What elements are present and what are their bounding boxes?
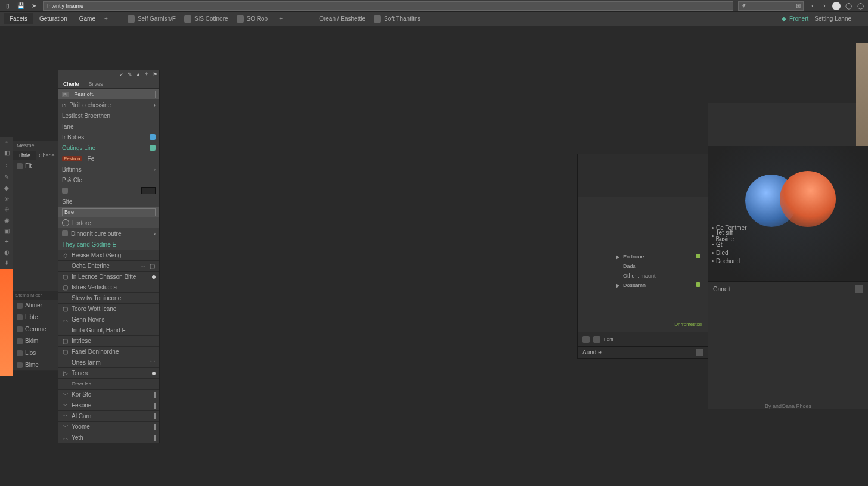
props-item-atimer[interactable]: Atimer — [13, 300, 58, 311]
tree-node-iane[interactable]: Iane — [58, 121, 159, 132]
color-swatch[interactable] — [141, 187, 156, 194]
tree-node-eestron[interactable]: EestronFe — [58, 153, 159, 164]
tree-section-17[interactable]: ︿Yeth — [58, 432, 159, 443]
tree-node-swatch[interactable] — [58, 185, 159, 196]
tree-name-input[interactable] — [72, 91, 156, 98]
tool-11[interactable]: ◐ — [0, 247, 13, 258]
tree-tab-bilves[interactable]: Bilves — [84, 80, 108, 88]
props-item-bime[interactable]: Bime — [13, 359, 58, 371]
help-icon[interactable]: ◯ — [844, 2, 852, 10]
props-tab-cherle[interactable]: Cherle — [36, 151, 58, 160]
settings-icon[interactable]: ◯ — [856, 2, 864, 10]
tree-section-12[interactable]: Other lap — [58, 378, 159, 389]
tree-tab-cherle[interactable]: Cherle — [58, 80, 84, 88]
grid-icon[interactable] — [582, 336, 590, 343]
add-tab-button[interactable]: + — [101, 15, 111, 22]
inspector-side-5[interactable]: Dochund — [712, 257, 748, 265]
tab-game[interactable]: Game — [73, 13, 101, 24]
play-icon[interactable] — [616, 255, 619, 260]
tool-8[interactable]: ◉ — [0, 215, 13, 226]
tab-geturation[interactable]: Geturation — [33, 13, 73, 24]
app-menu-icon[interactable]: ▯ — [4, 2, 12, 10]
ribbon-self-garnish[interactable]: Self Garnish/F — [128, 15, 176, 23]
props-item-llos[interactable]: Llos — [13, 347, 58, 359]
tree-section-16[interactable]: ﹀Yoome — [58, 421, 159, 432]
save-icon[interactable]: 💾 — [17, 2, 25, 10]
tree-section-1[interactable]: Ocha Enterine︿▢ — [58, 260, 159, 271]
tree-section-13[interactable]: ﹀Kor Sto — [58, 389, 159, 400]
inspector-side-4[interactable]: Died — [712, 248, 748, 257]
chevron-right-icon[interactable]: › — [820, 2, 829, 10]
tree-section-6[interactable]: ︿Genn Novns — [58, 314, 159, 325]
preview-item-4[interactable]: Dossamn — [623, 282, 646, 288]
tree-node-lestiest[interactable]: Lestiest Broerthen — [58, 110, 159, 121]
tree-node-they-cand[interactable]: They cand Godine E — [58, 239, 159, 250]
tree-pencil-icon[interactable]: ✎ — [126, 70, 134, 79]
preview-item-1[interactable]: En Incoe — [623, 254, 644, 260]
filter-box[interactable]: ⧩ ⊞ — [738, 1, 804, 11]
tab-facets[interactable]: Facets — [4, 13, 33, 24]
tree-section-10[interactable]: Ones Ianm﹀ — [58, 357, 159, 367]
tree-flag-icon[interactable]: ⚑ — [151, 70, 159, 79]
props-tab-thrie[interactable]: Thrie — [13, 151, 36, 160]
props-fit[interactable]: Fit — [13, 160, 58, 172]
tool-7[interactable]: ⊕ — [0, 204, 13, 215]
tool-12[interactable]: ⬇ — [0, 258, 13, 269]
tree-section-2[interactable]: ▢In Lecnce Dhasson Bitte — [58, 271, 159, 282]
props-item-gemme[interactable]: Gemme — [13, 323, 58, 335]
tree-node-pcle[interactable]: P & Cle — [58, 175, 159, 185]
color-swatch-foreground[interactable] — [0, 269, 13, 376]
ribbon-so-rob[interactable]: SO Rob — [237, 15, 268, 23]
tree-input2[interactable] — [62, 208, 156, 216]
handle-icon[interactable] — [154, 403, 156, 409]
user-avatar-icon[interactable] — [832, 2, 841, 10]
breadcrumb-input[interactable]: Intently Insume — [43, 1, 733, 11]
ribbon-add-1[interactable]: + — [276, 15, 286, 22]
tree-section-4[interactable]: Stew tw Tonincone — [58, 292, 159, 303]
tool-10[interactable]: ✦ — [0, 236, 13, 247]
preview-item-3[interactable]: Othent maunt — [623, 273, 656, 279]
tree-section-11[interactable]: ▷Tonere — [58, 367, 159, 378]
tool-6[interactable]: ※ — [0, 194, 13, 204]
tool-5[interactable]: ◆ — [0, 183, 13, 194]
tree-section-8[interactable]: ▢Intriese — [58, 335, 159, 346]
extra-icon[interactable]: ▢ — [149, 263, 156, 269]
tree-section-9[interactable]: ▢Fanel Doninordne — [58, 346, 159, 357]
preview-item-2[interactable]: Dada — [623, 263, 636, 269]
tree-section-0[interactable]: ◇Besise Maxt /Seng — [58, 250, 159, 260]
filter-options-icon[interactable]: ⊞ — [796, 2, 801, 9]
tool-4[interactable]: ✎ — [0, 172, 13, 183]
play-icon[interactable] — [616, 284, 619, 288]
tree-node-dinnonit[interactable]: Dinnonit cure outre› — [58, 228, 159, 239]
tree-section-3[interactable]: ▢Istres Vertistucca — [58, 282, 159, 292]
tool-2[interactable]: ◧ — [0, 148, 13, 158]
tree-node-lortore[interactable]: Lortore — [58, 217, 159, 228]
tree-warning-icon[interactable]: ▲ — [134, 70, 142, 79]
tree-section-5[interactable]: ▢Toore Wott Icane — [58, 303, 159, 314]
inspector-side-2[interactable]: Tet siff Basine — [712, 232, 748, 240]
ribbon-oreah[interactable]: Oreah / Eashettle — [319, 15, 365, 22]
home-icon[interactable] — [696, 349, 703, 356]
ribbon-soft-thantitns[interactable]: Soft Thantitns — [374, 15, 421, 23]
tree-node-bittinns[interactable]: Bittinns› — [58, 164, 159, 175]
inspector-side-3[interactable]: Gt — [712, 240, 748, 248]
ribbon-setting-lanne[interactable]: Setting Lanne — [814, 15, 851, 22]
tool-1[interactable]: ▫ — [0, 137, 13, 148]
tool-9[interactable]: ▣ — [0, 226, 13, 236]
inspector-canvas[interactable]: Ce Tentmer Tet siff Basine Gt Died Dochu… — [708, 146, 868, 282]
ribbon-sis-cotinore[interactable]: SIS Cotinore — [184, 15, 228, 23]
layout-icon[interactable] — [593, 336, 600, 343]
handle-icon[interactable] — [154, 392, 156, 398]
ribbon-fronert[interactable]: ◆Fronert — [782, 15, 808, 22]
tree-node-irbobes[interactable]: Ir Bobes — [58, 132, 159, 142]
tool-3[interactable]: ⋮ — [0, 161, 13, 172]
tree-upload-icon[interactable]: ⇡ — [142, 70, 151, 79]
handle-icon[interactable] — [154, 424, 156, 430]
forward-icon[interactable]: ➤ — [30, 2, 38, 10]
props-item-libte[interactable]: Libte — [13, 311, 58, 323]
chevron-left-icon[interactable]: ‹ — [808, 2, 817, 10]
tree-check-icon[interactable]: ✓ — [117, 70, 126, 79]
tree-section-7[interactable]: Inuta Gunnt, Hand F — [58, 325, 159, 335]
preview-canvas[interactable]: En Incoe Dada Othent maunt Dossamn Dhrro… — [578, 197, 708, 332]
props-item-bkim[interactable]: Bkim — [13, 335, 58, 347]
